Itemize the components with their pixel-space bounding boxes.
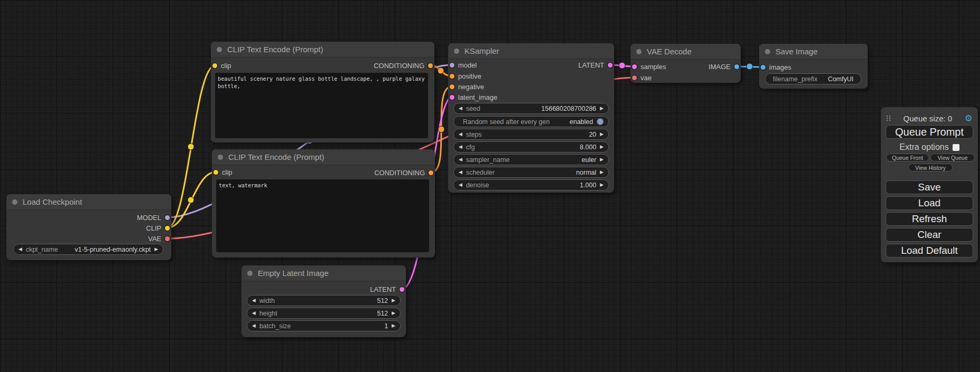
node-titlebar[interactable]: KSampler: [448, 43, 614, 59]
conditioning-port-icon[interactable]: [450, 74, 454, 79]
node-save-image[interactable]: Save Image images filename_prefix ComfyU…: [759, 44, 868, 89]
input-latent-image: latent_image: [450, 92, 497, 102]
node-status-icon: [765, 49, 770, 54]
filename-prefix-widget[interactable]: filename_prefix ComfyUI: [765, 73, 861, 84]
node-load-checkpoint[interactable]: Load Checkpoint MODEL CLIP VAE ◀ ckpt_na…: [6, 194, 171, 260]
steps-widget[interactable]: ◀ steps 20 ▶: [453, 129, 609, 140]
increment-arrow-icon[interactable]: ▶: [392, 323, 395, 328]
queue-prompt-button[interactable]: Queue Prompt: [886, 125, 973, 139]
increment-arrow-icon[interactable]: ▶: [600, 145, 604, 149]
random-seed-widget[interactable]: Random seed after every gen enabled: [453, 116, 609, 127]
width-widget[interactable]: ◀ width 512 ▶: [247, 295, 401, 306]
height-widget[interactable]: ◀ height 512 ▶: [247, 308, 401, 319]
widget-value: 512: [377, 297, 388, 304]
increment-arrow-icon[interactable]: ▶: [392, 311, 395, 316]
node-titlebar[interactable]: Empty Latent Image: [241, 265, 406, 281]
decrement-arrow-icon[interactable]: ◀: [459, 145, 462, 149]
extra-options-checkbox[interactable]: [953, 144, 959, 151]
node-graph-canvas[interactable]: Load Checkpoint MODEL CLIP VAE ◀ ckpt_na…: [0, 0, 980, 372]
vae-port-icon[interactable]: [632, 75, 637, 80]
widget-label: sampler_name: [466, 156, 510, 164]
toggle-icon[interactable]: [597, 118, 604, 125]
seed-widget[interactable]: ◀ seed 156680208700286 ▶: [453, 103, 609, 114]
increment-arrow-icon[interactable]: ▶: [600, 183, 604, 187]
load-button[interactable]: Load: [886, 196, 973, 210]
clip-port-icon[interactable]: [165, 226, 170, 231]
settings-gear-icon[interactable]: ⚙: [965, 114, 973, 123]
prompt-textarea[interactable]: text, watermark: [216, 179, 429, 252]
cfg-widget[interactable]: ◀ cfg 8.000 ▶: [453, 141, 609, 152]
increment-arrow-icon[interactable]: ▶: [600, 106, 604, 111]
widget-label: cfg: [466, 144, 475, 151]
increment-arrow-icon[interactable]: ▶: [392, 298, 395, 303]
input-samples: samples: [632, 61, 666, 72]
image-port-icon[interactable]: [734, 64, 739, 69]
view-history-button[interactable]: View History: [908, 164, 953, 171]
node-clip-text-encode-positive[interactable]: CLIP Text Encode (Prompt) clip CONDITION…: [211, 42, 434, 142]
decrement-arrow-icon[interactable]: ◀: [459, 183, 462, 187]
conditioning-port-icon[interactable]: [450, 84, 454, 89]
input-images: images: [761, 62, 791, 72]
decrement-arrow-icon[interactable]: ◀: [459, 170, 462, 175]
vae-port-icon[interactable]: [165, 236, 170, 241]
link-dot: [619, 62, 625, 69]
batch-size-widget[interactable]: ◀ batch_size 1 ▶: [247, 320, 401, 331]
node-titlebar[interactable]: VAE Decode: [630, 44, 741, 60]
widget-value: 156680208700286: [541, 105, 596, 112]
decrement-arrow-icon[interactable]: ◀: [459, 157, 462, 162]
load-default-button[interactable]: Load Default: [886, 244, 973, 257]
save-button[interactable]: Save: [886, 180, 973, 194]
decrement-arrow-icon[interactable]: ◀: [252, 311, 256, 316]
model-port-icon[interactable]: [165, 215, 170, 220]
node-titlebar[interactable]: Save Image: [759, 44, 868, 60]
clip-port-icon[interactable]: [212, 63, 217, 68]
input-model: model: [450, 60, 477, 70]
increment-arrow-icon[interactable]: ▶: [600, 132, 604, 137]
link-dot: [188, 197, 194, 203]
latent-port-icon[interactable]: [608, 63, 613, 68]
node-ksampler[interactable]: KSampler model positive negative latent_…: [448, 43, 614, 193]
queue-front-button[interactable]: Queue Front: [886, 154, 929, 161]
decrement-arrow-icon[interactable]: ◀: [252, 323, 256, 328]
clear-button[interactable]: Clear: [886, 228, 973, 242]
latent-port-icon[interactable]: [632, 64, 637, 69]
extra-options-row: Extra options: [881, 142, 978, 152]
node-empty-latent-image[interactable]: Empty Latent Image LATENT ◀ width 512 ▶ …: [241, 265, 406, 337]
decrement-arrow-icon[interactable]: ◀: [18, 247, 22, 252]
drag-handle-icon[interactable]: [886, 115, 891, 122]
model-port-icon[interactable]: [450, 63, 454, 68]
conditioning-port-icon[interactable]: [429, 170, 433, 175]
increment-arrow-icon[interactable]: ▶: [600, 157, 604, 162]
latent-port-icon[interactable]: [450, 95, 454, 100]
input-vae: vae: [632, 72, 652, 83]
decrement-arrow-icon[interactable]: ◀: [459, 132, 462, 137]
ckpt-name-widget[interactable]: ◀ ckpt_name v1-5-pruned-emaonly.ckpt ▶: [13, 244, 163, 255]
scheduler-widget[interactable]: ◀ scheduler normal ▶: [453, 167, 609, 178]
latent-port-icon[interactable]: [400, 287, 404, 292]
node-status-icon: [217, 47, 222, 52]
input-clip: clip: [212, 60, 231, 71]
node-titlebar[interactable]: CLIP Text Encode (Prompt): [212, 149, 435, 165]
clip-port-icon[interactable]: [214, 170, 218, 175]
refresh-button[interactable]: Refresh: [886, 212, 973, 226]
increment-arrow-icon[interactable]: ▶: [154, 247, 158, 252]
node-titlebar[interactable]: CLIP Text Encode (Prompt): [211, 42, 434, 58]
view-queue-button[interactable]: View Queue: [930, 154, 975, 161]
increment-arrow-icon[interactable]: ▶: [600, 170, 604, 175]
link-dot: [438, 68, 444, 74]
image-port-icon[interactable]: [761, 65, 765, 70]
decrement-arrow-icon[interactable]: ◀: [252, 298, 256, 303]
widget-label: batch_size: [259, 322, 291, 330]
prompt-textarea[interactable]: beautiful scenery nature glass bottle la…: [215, 73, 428, 138]
input-clip: clip: [214, 167, 232, 177]
node-vae-decode[interactable]: VAE Decode samples vae IMAGE: [630, 44, 741, 83]
widget-value: euler: [581, 156, 596, 164]
denoise-widget[interactable]: ◀ denoise 1.000 ▶: [453, 179, 609, 190]
node-titlebar[interactable]: Load Checkpoint: [6, 194, 171, 210]
sampler-name-widget[interactable]: ◀ sampler_name euler ▶: [453, 154, 609, 165]
decrement-arrow-icon[interactable]: ◀: [459, 106, 462, 111]
node-clip-text-encode-negative[interactable]: CLIP Text Encode (Prompt) clip CONDITION…: [212, 149, 435, 257]
widget-value: 8.000: [580, 144, 596, 151]
node-status-icon: [12, 199, 17, 205]
conditioning-port-icon[interactable]: [428, 63, 433, 68]
